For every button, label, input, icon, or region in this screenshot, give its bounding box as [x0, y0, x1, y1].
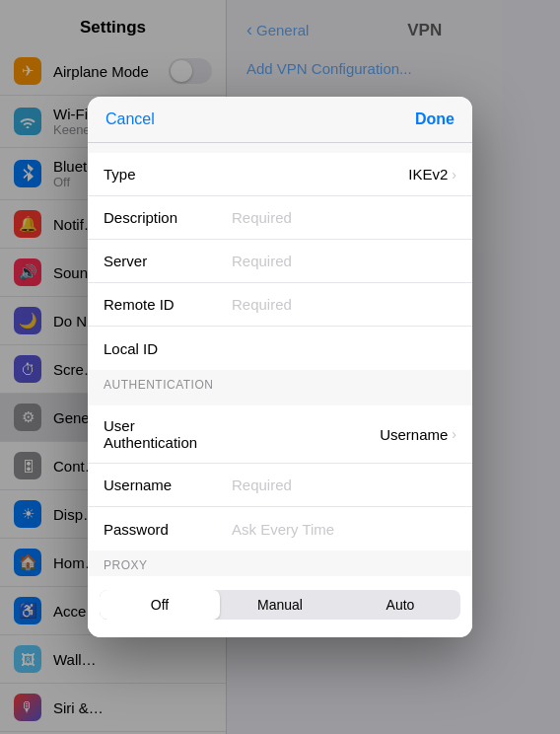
username-row[interactable]: Username Required: [88, 464, 472, 507]
server-row[interactable]: Server Required: [88, 240, 472, 283]
type-value: IKEv2 ›: [232, 166, 456, 183]
server-placeholder: Required: [232, 253, 456, 269]
description-label: Description: [104, 209, 232, 226]
proxy-section: Off Manual Auto: [88, 576, 472, 637]
type-row[interactable]: Type IKEv2 ›: [88, 153, 472, 196]
password-row[interactable]: Password Ask Every Time: [88, 507, 472, 550]
user-auth-row[interactable]: User Authentication Username ›: [88, 405, 472, 464]
vpn-basic-section: Type IKEv2 › Description Required Server…: [88, 153, 472, 370]
modal-header: Cancel Done: [88, 97, 472, 143]
user-auth-label: User Authentication: [104, 417, 232, 451]
modal-overlay: Cancel Done Type IKEv2 › Description Req…: [0, 0, 560, 734]
proxy-off-button[interactable]: Off: [100, 590, 220, 620]
auth-section: User Authentication Username › Username …: [88, 405, 472, 550]
proxy-section-label: PROXY: [88, 550, 472, 576]
server-label: Server: [104, 253, 232, 269]
remote-id-label: Remote ID: [104, 296, 232, 313]
description-placeholder: Required: [232, 209, 456, 226]
proxy-manual-button[interactable]: Manual: [220, 590, 340, 620]
auth-section-label: AUTHENTICATION: [88, 370, 472, 396]
username-label: Username: [104, 477, 232, 493]
remote-id-placeholder: Required: [232, 296, 456, 313]
remote-id-row[interactable]: Remote ID Required: [88, 283, 472, 327]
type-label: Type: [104, 166, 232, 183]
local-id-row[interactable]: Local ID: [88, 327, 472, 370]
cancel-button[interactable]: Cancel: [105, 110, 155, 128]
proxy-auto-button[interactable]: Auto: [340, 590, 460, 620]
proxy-segmented-control[interactable]: Off Manual Auto: [100, 590, 460, 620]
local-id-label: Local ID: [104, 340, 232, 357]
user-auth-chevron-icon: ›: [452, 426, 456, 442]
done-button[interactable]: Done: [415, 110, 455, 128]
type-chevron-icon: ›: [452, 167, 456, 183]
username-placeholder: Required: [232, 477, 456, 493]
vpn-config-modal: Cancel Done Type IKEv2 › Description Req…: [88, 97, 472, 637]
password-placeholder: Ask Every Time: [232, 521, 456, 538]
description-row[interactable]: Description Required: [88, 196, 472, 240]
user-auth-value: Username ›: [232, 426, 456, 443]
password-label: Password: [104, 521, 232, 538]
